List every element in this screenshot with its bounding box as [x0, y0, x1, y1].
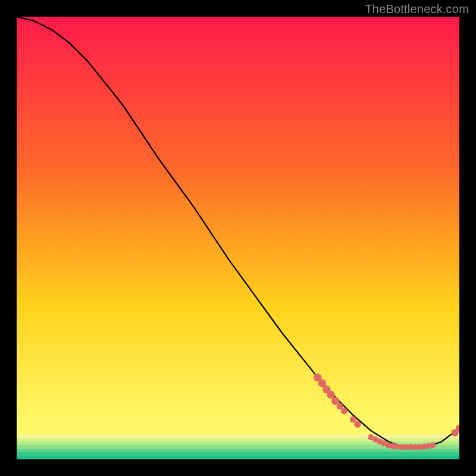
curve-layer	[17, 17, 459, 459]
watermark-text: TheBottleneck.com	[365, 2, 469, 16]
bottleneck-curve	[17, 17, 459, 448]
plot-area	[17, 17, 459, 459]
data-marker	[341, 408, 347, 414]
data-marker	[430, 442, 436, 448]
data-marker	[354, 421, 361, 428]
chart-container: TheBottleneck.com	[0, 0, 476, 476]
